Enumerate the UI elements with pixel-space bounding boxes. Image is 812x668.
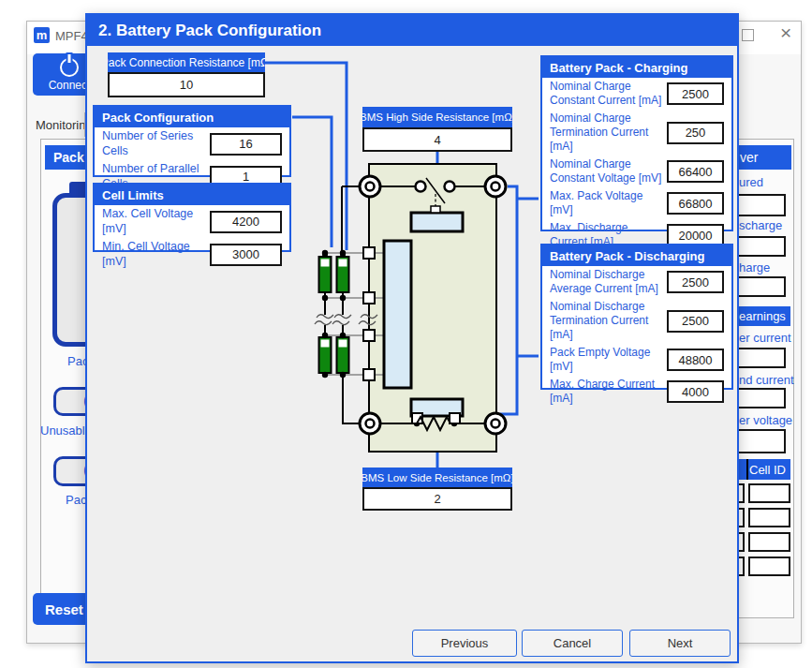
shunt-pin-left [412, 413, 422, 423]
power-icon [60, 58, 79, 77]
discharge-termination-current-label: Nominal Discharge Termination Current [m… [550, 300, 667, 342]
app-logo: m [34, 27, 50, 43]
charge-constant-current-row: Nominal Charge Constant Current [mA] 250… [542, 78, 731, 110]
bms-low-side-input[interactable]: 2 [362, 487, 512, 511]
cell-id-divider [746, 459, 748, 480]
battery-pack-configuration-dialog: 2. Battery Pack Configuration Pack Conne… [85, 13, 739, 663]
discharge-average-current-label: Nominal Discharge Average Current [mA] [550, 268, 667, 296]
min-cell-voltage-label: Min. Cell Voltage [mV] [102, 240, 210, 269]
pack-configuration-header: Pack Configuration [95, 107, 289, 127]
series-cells-input[interactable]: 16 [210, 133, 282, 156]
cancel-button[interactable]: Cancel [522, 630, 623, 657]
bms-low-side-label: BMS Low Side Resistance [mΩ] [362, 472, 512, 483]
learnings-header-label: earnings [739, 309, 786, 323]
series-cells-label: Number of Series Cells [102, 129, 210, 158]
bms-high-side-label: BMS High Side Resistance [mΩ] [362, 111, 512, 123]
pack-empty-voltage-input[interactable]: 48800 [667, 349, 724, 371]
maximize-icon[interactable] [742, 29, 754, 41]
break-marks [315, 315, 377, 325]
discharge-termination-current-row: Nominal Discharge Termination Current [m… [542, 298, 731, 344]
pack-terminal-icon [485, 176, 506, 197]
battery-cell-icon [319, 334, 332, 373]
bms-low-side-header: BMS Low Side Resistance [mΩ] [362, 468, 512, 487]
junction-dots [322, 250, 457, 426]
min-cell-voltage-input[interactable]: 3000 [210, 244, 282, 266]
pack-configuration-panel: Pack Configuration Number of Series Cell… [93, 105, 291, 177]
voltage-input[interactable] [732, 429, 786, 453]
discharge-average-current-input[interactable]: 2500 [667, 271, 724, 293]
charge-constant-voltage-label: Nominal Charge Constant Voltage [mV] [550, 157, 667, 186]
dialog-titlebar: 2. Battery Pack Configuration [87, 15, 737, 46]
cell-id-header-label: Cell ID [749, 463, 786, 477]
discharge-termination-current-input[interactable]: 2500 [667, 310, 724, 333]
charge-constant-current-input[interactable]: 2500 [667, 82, 724, 105]
shunt-block [411, 399, 463, 416]
reset-button-label: Reset I [45, 601, 91, 617]
cell-tap-squares [363, 247, 375, 380]
series-cells-row: Number of Series Cells 16 [95, 127, 289, 160]
bms-high-side-input[interactable]: 4 [362, 127, 512, 152]
battery-cell-icons [319, 254, 349, 373]
discharge-average-current-row: Nominal Discharge Average Current [mA] 2… [542, 266, 731, 298]
gate-driver-pin [431, 206, 440, 213]
max-cell-voltage-row: Max. Cell Voltage [mV] 4200 [95, 205, 289, 238]
max-charge-current-input[interactable]: 4000 [667, 380, 724, 403]
pack-terminal-icon [360, 176, 380, 197]
max-charge-current-row: Max. Charge Current [mA] 4000 [542, 376, 731, 408]
max-pack-voltage-row: Max. Pack Voltage [mV] 66800 [542, 187, 731, 219]
unusable-label-fragment: Unusabl [40, 423, 85, 438]
circuit-wires [325, 186, 495, 423]
connect-label: Connect [49, 79, 91, 92]
pack-empty-voltage-row: Pack Empty Voltage [mV] 48800 [542, 344, 731, 376]
pack-terminal-icon [485, 413, 506, 434]
bms-ic-block [384, 241, 411, 388]
dialog-title: 2. Battery Pack Configuration [87, 22, 321, 39]
battery-pack-charging-header: Battery Pack - Charging [542, 57, 731, 78]
current-input-1[interactable] [732, 348, 786, 368]
charge-constant-current-label: Nominal Charge Constant Current [mA] [550, 80, 667, 108]
gate-driver-block [411, 213, 463, 231]
min-cell-voltage-row: Min. Cell Voltage [mV] 3000 [95, 238, 289, 271]
pack-label-fragment-2: Pac [66, 493, 86, 507]
cell-id-input-3[interactable] [748, 532, 790, 552]
close-icon[interactable]: × [780, 22, 791, 43]
cell-id-input-2[interactable] [748, 508, 790, 527]
voltage-label-fragment: er voltage [739, 413, 792, 427]
power-header-label: ver [740, 150, 758, 165]
battery-pack-charging-panel: Battery Pack - Charging Nominal Charge C… [540, 55, 733, 231]
cell-limits-panel: Cell Limits Max. Cell Voltage [mV] 4200 … [93, 183, 291, 252]
max-cell-voltage-input[interactable]: 4200 [210, 211, 282, 233]
bms-board [369, 164, 496, 452]
max-pack-voltage-input[interactable]: 66800 [667, 192, 724, 215]
max-charge-current-label: Max. Charge Current [mA] [550, 378, 667, 406]
previous-button[interactable]: Previous [412, 630, 517, 657]
discharge-input[interactable] [732, 236, 786, 257]
cell-limits-header: Cell Limits [95, 185, 289, 205]
max-pack-voltage-label: Max. Pack Voltage [mV] [550, 189, 667, 217]
current-input-2[interactable] [732, 388, 786, 408]
battery-cell-icon [337, 254, 349, 292]
cell-id-input-4[interactable] [748, 557, 790, 576]
charge-constant-voltage-input[interactable]: 66400 [667, 160, 724, 183]
pack-empty-voltage-label: Pack Empty Voltage [mV] [550, 346, 667, 374]
pack-terminal-icon [360, 413, 380, 434]
charge-termination-current-label: Nominal Charge Termination Current [mA] [550, 111, 667, 154]
battery-cell-icon [337, 334, 349, 373]
current-label-fragment-1: er current [739, 331, 791, 345]
battery-cell-icon [319, 254, 332, 292]
charge-constant-voltage-row: Nominal Charge Constant Voltage [mV] 664… [542, 156, 731, 187]
charge-termination-current-input[interactable]: 250 [667, 122, 724, 144]
charge-termination-current-row: Nominal Charge Termination Current [mA] … [542, 110, 731, 156]
charge-input[interactable] [732, 276, 786, 297]
bms-high-side-header: BMS High Side Resistance [mΩ] [362, 107, 512, 127]
next-button[interactable]: Next [629, 630, 731, 657]
measured-input[interactable] [732, 194, 786, 216]
measured-label-fragment: ured [739, 175, 763, 189]
max-cell-voltage-label: Max. Cell Voltage [mV] [102, 207, 210, 236]
high-side-switch-icon [416, 178, 455, 207]
cell-id-input-1[interactable] [748, 483, 790, 503]
pack-connection-resistance-header: Pack Connection Resistance [mΩ] [108, 52, 265, 72]
pack-connection-resistance-input[interactable]: 10 [108, 72, 265, 97]
charge-label-fragment: harge [739, 260, 770, 275]
sense-resistor-icon [417, 417, 450, 430]
